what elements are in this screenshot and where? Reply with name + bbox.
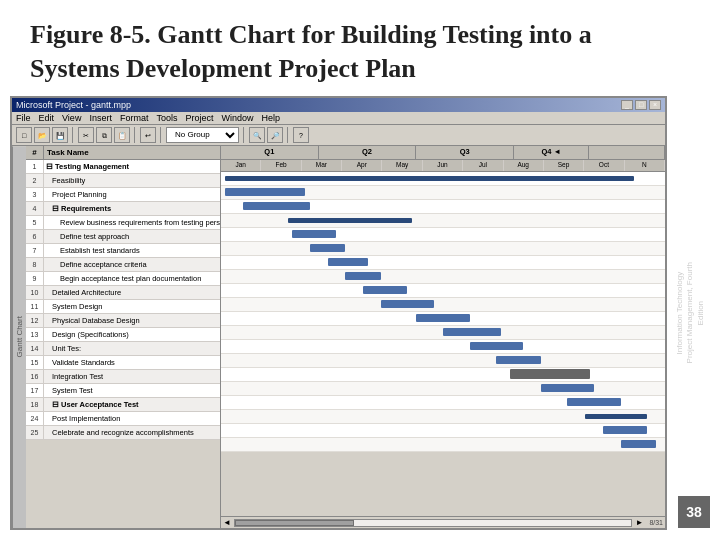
menu-view[interactable]: View bbox=[62, 113, 81, 123]
slide-body: Microsoft Project - gantt.mpp _ □ × File… bbox=[0, 96, 720, 540]
task-name: Design (Specifications) bbox=[44, 330, 220, 339]
month-n: N bbox=[625, 160, 665, 171]
gantt-bar-row bbox=[221, 256, 665, 270]
menu-project[interactable]: Project bbox=[185, 113, 213, 123]
scroll-left-btn[interactable]: ◄ bbox=[223, 518, 231, 527]
task-name: ⊟ Requirements bbox=[44, 204, 220, 213]
maximize-button[interactable]: □ bbox=[635, 100, 647, 110]
toolbar-copy[interactable]: ⧉ bbox=[96, 127, 112, 143]
toolbar-cut[interactable]: ✂ bbox=[78, 127, 94, 143]
group-dropdown[interactable]: No Group bbox=[166, 127, 239, 143]
gantt-bar bbox=[496, 356, 540, 364]
gantt-bar-row bbox=[221, 214, 665, 228]
toolbar-paste[interactable]: 📋 bbox=[114, 127, 130, 143]
task-id: 6 bbox=[26, 230, 44, 243]
menu-format[interactable]: Format bbox=[120, 113, 149, 123]
gantt-bar bbox=[603, 426, 647, 434]
scroll-right-btn[interactable]: ► bbox=[635, 518, 643, 527]
task-name: Celebrate and recognize accomplishments bbox=[44, 428, 220, 437]
gantt-bar-row bbox=[221, 438, 665, 452]
menu-tools[interactable]: Tools bbox=[156, 113, 177, 123]
gantt-bar-row bbox=[221, 368, 665, 382]
task-name: Detailed Architecture bbox=[44, 288, 220, 297]
month-jan: Jan bbox=[221, 160, 261, 171]
gantt-window: Microsoft Project - gantt.mpp _ □ × File… bbox=[10, 96, 667, 530]
gantt-bar-row bbox=[221, 382, 665, 396]
quarter-q2: Q2 bbox=[319, 146, 417, 159]
toolbar-sep5 bbox=[287, 127, 289, 143]
gantt-content: Gantt Chart # Task Name 1 ⊟ Testing Mana… bbox=[12, 146, 665, 528]
task-name: Post Implementation bbox=[44, 414, 220, 423]
task-id: 11 bbox=[26, 300, 44, 313]
toolbar-help[interactable]: ? bbox=[293, 127, 309, 143]
toolbar-sep1 bbox=[72, 127, 74, 143]
toolbar-new[interactable]: □ bbox=[16, 127, 32, 143]
gantt-bar-row bbox=[221, 410, 665, 424]
task-id: 5 bbox=[26, 216, 44, 229]
gantt-bar-row bbox=[221, 284, 665, 298]
toolbar-save[interactable]: 💾 bbox=[52, 127, 68, 143]
task-name: Begin acceptance test plan documentation bbox=[44, 274, 220, 283]
month-apr: Apr bbox=[342, 160, 382, 171]
task-name: Integration Test bbox=[44, 372, 220, 381]
task-row: 15 Validate Standards bbox=[26, 356, 220, 370]
gantt-bar-row bbox=[221, 340, 665, 354]
gantt-scrollbar[interactable]: ◄ ► 8/31 bbox=[221, 516, 665, 528]
task-row: 17 System Test bbox=[26, 384, 220, 398]
task-row: 25 Celebrate and recognize accomplishmen… bbox=[26, 426, 220, 440]
quarter-q4-label: Q4 ◄ bbox=[514, 146, 589, 159]
task-id: 13 bbox=[26, 328, 44, 341]
gantt-bar bbox=[328, 258, 368, 266]
task-row: 9 Begin acceptance test plan documentati… bbox=[26, 272, 220, 286]
minimize-button[interactable]: _ bbox=[621, 100, 633, 110]
toolbar-undo[interactable]: ↩ bbox=[140, 127, 156, 143]
gantt-bar bbox=[443, 328, 501, 336]
gantt-bar-row bbox=[221, 354, 665, 368]
toolbar-zoom-out[interactable]: 🔎 bbox=[267, 127, 283, 143]
task-id: 2 bbox=[26, 174, 44, 187]
task-id: 9 bbox=[26, 272, 44, 285]
gantt-bar-row bbox=[221, 326, 665, 340]
menu-insert[interactable]: Insert bbox=[89, 113, 112, 123]
month-oct: Oct bbox=[584, 160, 624, 171]
task-row: 5 Review business requirements from test… bbox=[26, 216, 220, 230]
gantt-titlebar: Microsoft Project - gantt.mpp _ □ × bbox=[12, 98, 665, 112]
task-row: 18 ⊟ User Acceptance Test bbox=[26, 398, 220, 412]
gantt-bar bbox=[363, 286, 407, 294]
menu-edit[interactable]: Edit bbox=[39, 113, 55, 123]
menu-window[interactable]: Window bbox=[221, 113, 253, 123]
scrollbar-thumb[interactable] bbox=[235, 520, 354, 526]
close-button[interactable]: × bbox=[649, 100, 661, 110]
task-name: System Design bbox=[44, 302, 220, 311]
gantt-chart-area: Q1 Q2 Q3 Q4 ◄ Jan Feb Mar Apr May Jun bbox=[221, 146, 665, 528]
gantt-bar bbox=[541, 384, 594, 392]
window-title: Microsoft Project - gantt.mpp bbox=[16, 100, 131, 110]
task-row: 14 Unit Tes: bbox=[26, 342, 220, 356]
task-name: ⊟ Testing Management bbox=[44, 162, 220, 171]
scrollbar-track[interactable] bbox=[234, 519, 633, 527]
toolbar-sep2 bbox=[134, 127, 136, 143]
task-row: 11 System Design bbox=[26, 300, 220, 314]
task-row: 8 Define acceptance criteria bbox=[26, 258, 220, 272]
menu-help[interactable]: Help bbox=[261, 113, 280, 123]
month-jul: Jul bbox=[463, 160, 503, 171]
date-indicator: 8/31 bbox=[649, 519, 663, 526]
toolbar-open[interactable]: 📂 bbox=[34, 127, 50, 143]
gantt-bar-row bbox=[221, 424, 665, 438]
gantt-bar bbox=[381, 300, 434, 308]
toolbar-sep3 bbox=[160, 127, 162, 143]
task-id: 24 bbox=[26, 412, 44, 425]
menu-file[interactable]: File bbox=[16, 113, 31, 123]
toolbar-zoom-in[interactable]: 🔍 bbox=[249, 127, 265, 143]
gantt-bar bbox=[345, 272, 381, 280]
gantt-bar-row bbox=[221, 200, 665, 214]
gantt-bar bbox=[310, 244, 346, 252]
task-name: Define acceptance criteria bbox=[44, 260, 220, 269]
task-row: 10 Detailed Architecture bbox=[26, 286, 220, 300]
gantt-bar-row bbox=[221, 186, 665, 200]
gantt-bar bbox=[292, 230, 336, 238]
gantt-bar-row bbox=[221, 242, 665, 256]
task-id: 7 bbox=[26, 244, 44, 257]
task-id: 8 bbox=[26, 258, 44, 271]
task-id: 12 bbox=[26, 314, 44, 327]
